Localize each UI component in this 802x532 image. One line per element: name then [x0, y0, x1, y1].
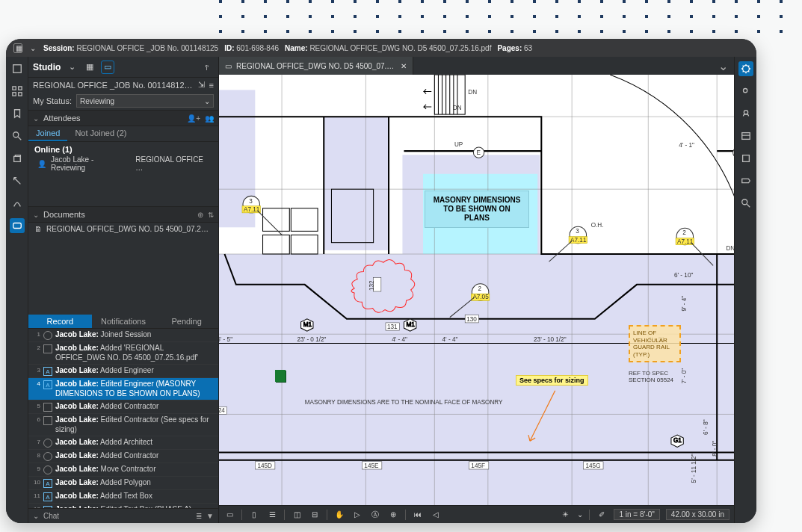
callout-guardrail[interactable]: LINE OF VEHICULAR GUARD RAIL (TYP.) — [629, 325, 681, 362]
record-badge — [43, 403, 52, 412]
single-page-icon[interactable]: ▯ — [248, 509, 260, 521]
record-row[interactable]: 3AJacob Lake: Added Engineer — [28, 365, 218, 378]
sets-icon[interactable] — [10, 151, 25, 166]
attendee-row[interactable]: 👤 Jacob Lake - Reviewing REGIONAL OFFICE… — [34, 154, 212, 173]
prev-page-icon[interactable]: ◁ — [430, 509, 442, 521]
sidebar: Studio ⌄ ▦ ▭ ⫯ REGIONAL OFFICE _JOB No. … — [28, 57, 219, 523]
dimmer-icon[interactable]: ☀ — [559, 509, 571, 521]
search-panel-icon[interactable] — [738, 196, 753, 211]
svg-rect-4 — [18, 93, 21, 96]
pages-value: 63 — [524, 44, 532, 52]
callout-masonry[interactable]: MASONRY DIMENSIONS TO BE SHOWN ON PLANS — [425, 191, 529, 228]
record-body: Jacob Lake: Added Polygon — [55, 478, 215, 488]
filter-icon[interactable]: ▼ — [206, 512, 214, 520]
app-menu-icon[interactable]: ▦ — [13, 43, 22, 53]
svg-text:A7.11: A7.11 — [570, 237, 587, 244]
studio-icon[interactable] — [10, 218, 25, 233]
pan-icon[interactable]: ✋ — [333, 509, 345, 521]
document-tab[interactable]: ▭ REGIONAL OFFICE_DWG NO. D5 4500_07.25.… — [219, 57, 413, 75]
document-item[interactable]: 🗎 REGIONAL OFFICE_DWG NO. D5 4500_07.2… — [28, 223, 218, 235]
split-h-icon[interactable]: ⊟ — [309, 509, 321, 521]
page-nav-icon[interactable]: ▭ — [223, 509, 235, 521]
pin-icon[interactable]: ⫯ — [200, 61, 214, 74]
svg-point-107 — [744, 111, 747, 114]
record-row[interactable]: 7Jacob Lake: Added Architect — [28, 436, 218, 450]
close-tab-icon[interactable]: ✕ — [401, 62, 407, 70]
record-body: Jacob Lake: Added Contractor — [55, 451, 215, 461]
tab-notifications[interactable]: Notifications — [92, 315, 155, 328]
leave-session-icon[interactable]: ⇲ — [198, 80, 205, 90]
zoom-icon[interactable]: ⊕ — [387, 509, 399, 521]
dimmer-chevron[interactable]: ⌄ — [577, 510, 583, 519]
record-row[interactable]: 9Jacob Lake: Move Contractor — [28, 463, 218, 477]
session-settings-icon[interactable]: ≡ — [209, 81, 214, 90]
select-text-icon[interactable]: Ⓐ — [369, 509, 381, 521]
toolchest-icon[interactable] — [10, 129, 25, 143]
search-icon[interactable] — [738, 84, 753, 99]
collapse-attendees-icon[interactable]: ⌄ — [33, 114, 39, 123]
tab-notjoined[interactable]: Not Joined (2) — [67, 126, 134, 141]
app-menu-chevron[interactable]: ⌄ — [28, 44, 37, 52]
select-icon[interactable]: ▷ — [351, 509, 363, 521]
pdf-icon: 🗎 — [34, 225, 42, 233]
file-access-icon[interactable] — [10, 61, 25, 76]
markups-list-icon[interactable]: ≣ — [196, 512, 202, 520]
record-row[interactable]: 1Jacob Lake: Joined Session — [28, 329, 218, 342]
record-badge — [43, 452, 52, 461]
session-type-icon[interactable]: ▦ — [83, 61, 96, 74]
links-panel-icon[interactable] — [738, 173, 753, 188]
chat-toggle-icon[interactable]: ⌄ — [33, 512, 39, 520]
ref-spec-note: REF TO SPEC SECTION 05524 — [629, 370, 673, 383]
forms-icon[interactable] — [10, 196, 25, 211]
svg-text:7' - 0": 7' - 0" — [681, 368, 688, 384]
status-dropdown[interactable]: Reviewing⌄ — [76, 94, 214, 108]
follow-icon[interactable]: 👥 — [205, 114, 214, 123]
layers-icon[interactable] — [738, 106, 753, 121]
sticky-note-icon[interactable] — [275, 370, 286, 382]
thumbnails-icon[interactable] — [10, 84, 25, 99]
svg-text:145E: 145E — [364, 463, 379, 469]
viewport[interactable]: 132 131 130 3 A7.11 2 — [219, 75, 734, 505]
svg-rect-2 — [18, 87, 21, 90]
svg-rect-7 — [13, 223, 21, 229]
panel-dropdown-icon[interactable]: ⌄ — [65, 61, 78, 74]
first-page-icon[interactable]: ⏮ — [412, 509, 424, 521]
record-row[interactable]: 10AJacob Lake: Added Polygon — [28, 477, 218, 490]
continuous-icon[interactable]: ☰ — [266, 509, 278, 521]
status-value: Reviewing — [80, 97, 114, 105]
properties-icon[interactable] — [738, 61, 753, 76]
app-window: ▦ ⌄ Session: REGIONAL OFFICE _JOB No. 00… — [6, 39, 756, 523]
tab-pending[interactable]: Pending — [155, 315, 218, 328]
measurements-icon[interactable] — [738, 129, 753, 143]
tab-record[interactable]: Record — [28, 315, 92, 328]
dims-field[interactable]: 42.00 x 30.00 in — [666, 509, 729, 520]
svg-point-5 — [13, 132, 18, 137]
record-row[interactable]: 11AJacob Lake: Added Text Box — [28, 490, 218, 504]
session-view-icon[interactable]: ▭ — [101, 61, 114, 74]
record-row[interactable]: 5Jacob Lake: Added Contractor — [28, 400, 218, 414]
callout-specs[interactable]: See specs for sizing — [516, 375, 588, 386]
invite-icon[interactable]: 👤+ — [187, 114, 200, 123]
scale-field[interactable]: 1 in = 8'-0" — [614, 509, 659, 520]
svg-text:DN: DN — [453, 105, 462, 111]
collapse-documents-icon[interactable]: ⌄ — [33, 211, 39, 219]
record-row[interactable]: 4AJacob Lake: Edited Engineer (MASONRY D… — [28, 378, 218, 400]
panel-title: Studio — [33, 62, 61, 72]
session-label: Session: — [43, 44, 75, 52]
project-name: REGIONAL OFFICE _JOB No. 001148125 - 601… — [33, 81, 194, 90]
record-row[interactable]: 2Jacob Lake: Added 'REGIONAL OFFICE_DWG … — [28, 342, 218, 365]
calibrate-icon[interactable]: ✐ — [596, 509, 608, 521]
collapse-tabs-icon[interactable]: ⌄ — [712, 59, 734, 73]
add-document-icon[interactable]: ⊕ — [197, 211, 203, 219]
id-label: ID: — [224, 44, 234, 52]
record-row[interactable]: 6Jacob Lake: Edited Contractor (See spec… — [28, 414, 218, 436]
name-label: Name: — [285, 44, 308, 52]
bookmarks-icon[interactable] — [10, 106, 25, 121]
links-icon[interactable] — [10, 173, 25, 188]
sort-documents-icon[interactable]: ⇅ — [208, 211, 214, 219]
tab-joined[interactable]: Joined — [28, 126, 67, 141]
3d-icon[interactable] — [738, 151, 753, 166]
record-row[interactable]: 8Jacob Lake: Added Contractor — [28, 450, 218, 463]
split-v-icon[interactable]: ◫ — [291, 509, 303, 521]
record-list[interactable]: 1Jacob Lake: Joined Session2Jacob Lake: … — [28, 329, 218, 508]
